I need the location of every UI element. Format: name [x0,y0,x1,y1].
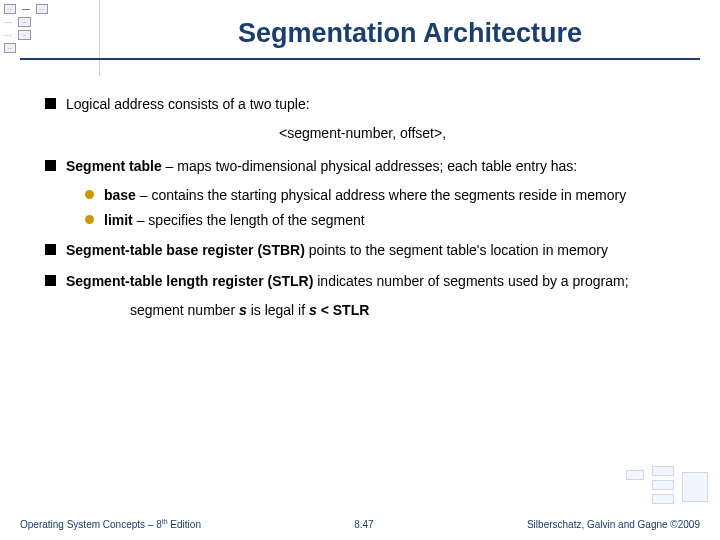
b4-cmp: < [317,302,333,318]
sub-bullet-2-text: limit – specifies the length of the segm… [104,211,680,230]
bullet-1-sub: <segment-number, offset>, [45,124,680,143]
slide-body: Logical address consists of a two tuple:… [45,95,680,320]
bullet-4-sub: segment number s is legal if s < STLR [130,301,680,320]
b4-pre: segment number [130,302,239,318]
slide-footer: Operating System Concepts – 8th Edition … [20,518,700,530]
b4-s1: s [239,302,247,318]
bullet-2-lead: Segment table [66,158,162,174]
footer-left-pre: Operating System Concepts – 8 [20,519,162,530]
bullet-3-lead: Segment-table base register (STBR) [66,242,305,258]
bullet-1-text: Logical address consists of a two tuple: [66,95,680,114]
sub-bullet-1-text: base – contains the starting physical ad… [104,186,680,205]
decorative-diagram [624,464,714,514]
sub-bullet-1: base – contains the starting physical ad… [85,186,680,205]
bullet-4: Segment-table length register (STLR) ind… [45,272,680,291]
circle-bullet-icon [85,215,94,224]
sub-bullet-1-lead: base [104,187,136,203]
footer-left-post: Edition [168,519,201,530]
bullet-1: Logical address consists of a two tuple: [45,95,680,114]
title-rule [20,58,700,60]
bullet-2-text: Segment table – maps two-dimensional phy… [66,157,680,176]
sub-bullet-2: limit – specifies the length of the segm… [85,211,680,230]
circle-bullet-icon [85,190,94,199]
slide-title: Segmentation Architecture [130,18,690,49]
bullet-4-rest: indicates number of segments used by a p… [313,273,628,289]
square-bullet-icon [45,98,56,109]
sub-bullet-2-rest: – specifies the length of the segment [133,212,365,228]
slide-thumbnail: ······ ········· ········· ··· [0,0,100,76]
sub-bullet-2-lead: limit [104,212,133,228]
bullet-3-text: Segment-table base register (STBR) point… [66,241,680,260]
square-bullet-icon [45,275,56,286]
bullet-4-lead: Segment-table length register (STLR) [66,273,313,289]
footer-page-number: 8.47 [354,519,373,530]
bullet-2: Segment table – maps two-dimensional phy… [45,157,680,176]
b4-mid: is legal if [247,302,309,318]
bullet-2-rest: – maps two-dimensional physical addresse… [162,158,578,174]
b4-stlr: STLR [333,302,370,318]
square-bullet-icon [45,160,56,171]
sub-bullet-1-rest: – contains the starting physical address… [136,187,626,203]
bullet-3-rest: points to the segment table's location i… [305,242,608,258]
square-bullet-icon [45,244,56,255]
footer-left: Operating System Concepts – 8th Edition [20,518,201,530]
bullet-4-text: Segment-table length register (STLR) ind… [66,272,680,291]
footer-right: Silberschatz, Galvin and Gagne ©2009 [527,519,700,530]
bullet-3: Segment-table base register (STBR) point… [45,241,680,260]
b4-s2: s [309,302,317,318]
